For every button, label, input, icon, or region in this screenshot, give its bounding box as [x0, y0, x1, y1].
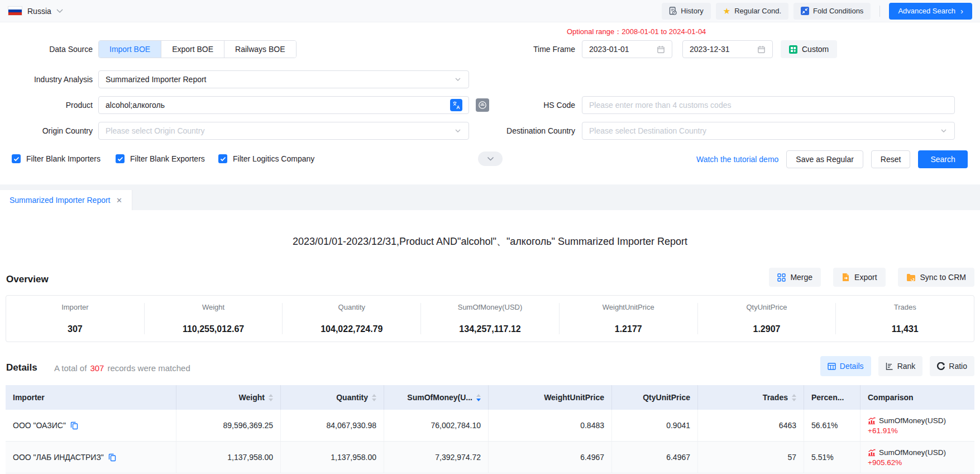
overview-actions: Merge Export Sync to CRM: [769, 268, 974, 287]
chevron-down-icon: [454, 127, 462, 135]
tab-export-boe[interactable]: Export BOE: [161, 41, 224, 58]
translate-icon[interactable]: A: [450, 99, 462, 111]
russia-flag-icon: [8, 6, 22, 16]
date-start-value: 2023-01-01: [589, 45, 629, 54]
column-header-weight-unit-price: WeightUnitPrice: [489, 385, 612, 410]
checkbox-checked-icon: [116, 154, 125, 163]
date-end-input[interactable]: 2023-12-31: [682, 40, 773, 58]
checkbox-label: Filter Blank Importers: [26, 154, 101, 163]
advanced-search-label: Advanced Search: [898, 7, 955, 15]
history-button[interactable]: History: [662, 3, 710, 20]
comparison-change: +905.62%: [868, 458, 902, 467]
close-icon[interactable]: ✕: [116, 196, 122, 205]
importer-name[interactable]: ООО "ЛАБ ИНДАСТРИЗ": [13, 453, 104, 462]
weight-unit-price-cell: 0.8483: [489, 410, 612, 441]
sum-of-money-cell: 76,002,784.10: [384, 410, 489, 441]
sort-icon-active[interactable]: [476, 394, 481, 401]
merge-button[interactable]: Merge: [769, 268, 821, 287]
filter-blank-importers-checkbox[interactable]: Filter Blank Importers: [12, 152, 101, 165]
country-name: Russia: [27, 7, 51, 16]
filter-blank-exporters-checkbox[interactable]: Filter Blank Exporters: [116, 152, 205, 165]
tutorial-link[interactable]: Watch the tutorial demo: [696, 155, 778, 164]
advanced-search-button[interactable]: Advanced Search ›: [889, 3, 972, 20]
table-row: ООО "ЛАБ ИНДАСТРИЗ" 1,137,958.00 1,137,9…: [6, 442, 974, 473]
weight-cell: 89,596,369.25: [176, 410, 281, 441]
tab-import-boe[interactable]: Import BOE: [99, 41, 161, 58]
details-total-text: A total of 307 records were matched: [54, 363, 190, 373]
custom-range-button[interactable]: Custom: [781, 40, 837, 58]
chevron-down-icon: [940, 127, 948, 135]
save-as-regular-button[interactable]: Save as Regular: [786, 150, 863, 168]
hs-code-input[interactable]: Please enter more than 4 customs codes: [582, 96, 955, 114]
view-ratio-button[interactable]: Ratio: [930, 356, 974, 376]
column-header-trades[interactable]: Trades: [698, 385, 804, 410]
filter-logitics-company-checkbox[interactable]: Filter Logitics Company: [218, 152, 314, 165]
search-form: Optional range：2008-01-01 to 2024-01-04 …: [0, 22, 980, 184]
star-icon: ★: [723, 7, 730, 15]
fold-icon: [801, 7, 809, 15]
view-details-button[interactable]: Details: [820, 356, 871, 376]
tab-summarized-importer-report[interactable]: Summarized Importer Report ✕: [0, 190, 132, 210]
date-end-value: 2023-12-31: [690, 45, 730, 54]
origin-country-label: Origin Country: [0, 122, 93, 140]
date-start-input[interactable]: 2023-01-01: [582, 40, 672, 58]
view-details-label: Details: [840, 362, 864, 371]
product-input[interactable]: alcohol;алкоголь: [98, 96, 469, 114]
sort-icon[interactable]: [792, 394, 796, 401]
qty-unit-price-cell: 0.9041: [612, 410, 698, 441]
details-heading: Details: [6, 362, 37, 373]
checkbox-checked-icon: [218, 154, 227, 163]
calendar-icon: [757, 45, 766, 54]
hs-code-label: HS Code: [475, 96, 575, 114]
hs-code-placeholder: Please enter more than 4 customs codes: [589, 101, 731, 110]
export-button[interactable]: Export: [833, 268, 885, 287]
column-header-comparison: Comparison: [861, 385, 974, 410]
column-header-weight[interactable]: Weight: [176, 385, 281, 410]
importer-cell[interactable]: ООО "ЛАБ ИНДАСТРИЗ": [6, 442, 176, 473]
ratio-icon: [937, 362, 945, 370]
details-total-count: 307: [90, 363, 104, 373]
copy-icon[interactable]: [70, 421, 78, 430]
stat-quantity: Quantity104,022,724.79: [282, 303, 420, 334]
stat-trades: Trades11,431: [835, 303, 974, 334]
calendar-icon: [657, 45, 665, 54]
country-selector[interactable]: Russia: [8, 6, 63, 16]
importer-name[interactable]: ООО "ОАЗИС": [13, 421, 66, 430]
collapse-conditions-button[interactable]: [478, 151, 503, 166]
regular-cond-button[interactable]: ★ Regular Cond.: [716, 3, 788, 20]
origin-country-placeholder: Please select Origin Country: [106, 126, 204, 135]
importer-cell[interactable]: ООО "ОАЗИС": [6, 410, 176, 441]
trades-cell: 57: [698, 442, 804, 473]
sort-icon[interactable]: [372, 394, 376, 401]
industry-analysis-label: Industry Analysis: [0, 70, 93, 88]
industry-analysis-select[interactable]: Summarized Importer Report: [98, 70, 469, 88]
sync-crm-icon: [906, 273, 916, 282]
comparison-cell: SumOfMoney(USD) +61.91%: [861, 410, 974, 441]
stat-weight-unit-price: WeightUnitPrice1.2177: [559, 303, 697, 334]
chevron-down-icon: [56, 9, 63, 13]
optional-range-hint: Optional range：2008-01-01 to 2024-01-04: [567, 27, 706, 37]
fold-conditions-button[interactable]: Fold Conditions: [793, 3, 871, 20]
product-label: Product: [0, 96, 93, 114]
column-header-sum-of-money[interactable]: SumOfMoney(U...: [384, 385, 489, 410]
trend-chart-icon: [868, 449, 876, 456]
fold-conditions-label: Fold Conditions: [813, 7, 863, 15]
search-button[interactable]: Search: [918, 150, 967, 168]
merge-label: Merge: [790, 273, 812, 282]
tab-railways-boe[interactable]: Railways BOE: [224, 41, 295, 58]
comparison-metric: SumOfMoney(USD): [879, 416, 946, 425]
origin-country-select[interactable]: Please select Origin Country: [98, 122, 469, 140]
chevron-down-icon: [487, 157, 494, 162]
regular-cond-label: Regular Cond.: [734, 7, 781, 15]
sync-to-crm-button[interactable]: Sync to CRM: [898, 268, 974, 287]
column-header-quantity[interactable]: Quantity: [281, 385, 384, 410]
destination-country-select[interactable]: Please select Destination Country: [582, 122, 955, 140]
product-value: alcohol;алкоголь: [106, 101, 165, 110]
view-rank-button[interactable]: Rank: [878, 356, 923, 376]
report-title: 2023/01/01-2023/12/31,Product AND"alcoho…: [0, 235, 980, 248]
reset-button[interactable]: Reset: [871, 150, 911, 168]
stat-sum-of-money: SumOfMoney(USD)134,257,117.12: [420, 303, 559, 334]
copy-icon[interactable]: [108, 453, 116, 462]
overview-heading: Overview: [6, 274, 49, 285]
sort-icon[interactable]: [269, 394, 273, 401]
